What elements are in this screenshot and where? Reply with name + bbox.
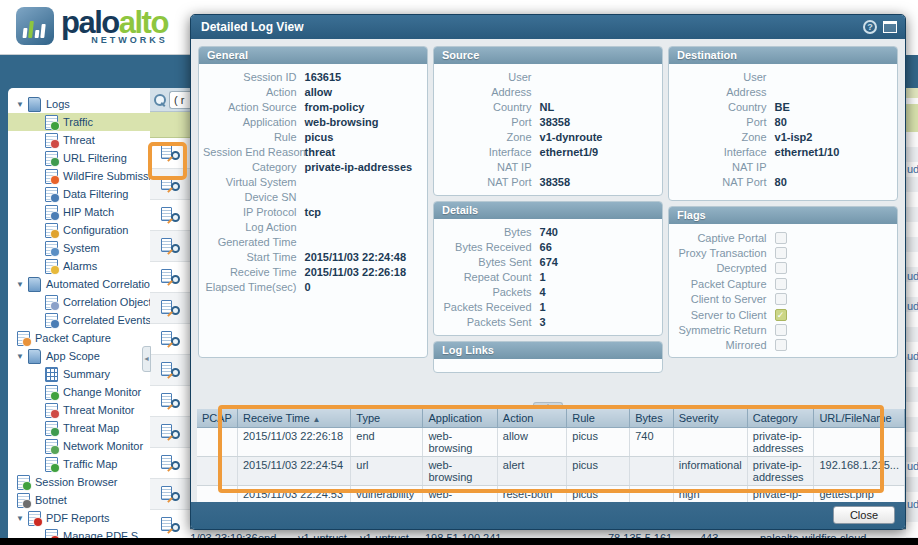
log-detail-magnifier-icon[interactable]	[161, 393, 180, 410]
sidebar-item-botnet[interactable]: Botnet	[8, 491, 150, 509]
sidebar-item-app-scope[interactable]: ▼App Scope	[8, 347, 150, 365]
sidebar-item-threat-monitor[interactable]: Threat Monitor	[8, 401, 150, 419]
log-row-fragment[interactable]	[150, 293, 190, 324]
sidebar-item-wildfire-submission[interactable]: WildFire Submission	[8, 167, 150, 185]
log-row-fragment[interactable]	[150, 510, 190, 541]
log-detail-magnifier-icon[interactable]	[161, 238, 180, 255]
expander-icon[interactable]: ▼	[16, 280, 27, 289]
background-log-row: 11/03 23:19:36endv1-untrustv1-untrust198…	[150, 529, 906, 538]
sidebar-item-packet-capture[interactable]: Packet Capture	[8, 329, 150, 347]
log-detail-icon-rows	[150, 138, 190, 541]
flag-packet-capture-checkbox[interactable]	[775, 278, 787, 290]
log-row-fragment[interactable]	[150, 231, 190, 262]
log-detail-magnifier-icon[interactable]	[161, 517, 180, 534]
log-detail-magnifier-icon[interactable]	[161, 300, 180, 317]
url-filtering-icon	[44, 151, 58, 165]
detail-panels: General Session ID163615ActionallowActio…	[198, 46, 898, 378]
field-label: NAT Port	[438, 175, 540, 190]
expander-icon[interactable]: ▼	[16, 514, 27, 523]
field-bytes-received: Bytes Received66	[438, 240, 654, 255]
sidebar-item-session-browser[interactable]: Session Browser	[8, 473, 150, 491]
log-detail-magnifier-icon[interactable]	[161, 269, 180, 286]
sidebar-item-threat-map[interactable]: Threat Map	[8, 419, 150, 437]
selected-log-row-fragment[interactable]	[150, 112, 190, 138]
sidebar-item-pdf-reports[interactable]: ▼PDF Reports	[8, 509, 150, 527]
sidebar-item-automated-correlation[interactable]: ▼Automated Correlation	[8, 275, 150, 293]
log-row-fragment[interactable]	[150, 386, 190, 417]
correlated-events-icon	[44, 313, 58, 327]
field-value: 163615	[305, 70, 342, 85]
alarms-icon	[44, 259, 58, 273]
flag-captive-portal-checkbox[interactable]	[775, 232, 787, 244]
flag-symmetric-return-checkbox[interactable]	[775, 324, 787, 336]
edge-topbar-fragment	[906, 0, 918, 55]
log-detail-magnifier-icon[interactable]	[161, 455, 180, 472]
expander-icon[interactable]: ▼	[16, 100, 27, 109]
flag-client-to-server-checkbox[interactable]	[775, 293, 787, 305]
sidebar-item-traffic-map[interactable]: Traffic Map	[8, 455, 150, 473]
sidebar-item-alarms[interactable]: Alarms	[8, 257, 150, 275]
change-monitor-icon	[44, 385, 58, 399]
sidebar-item-correlated-events[interactable]: Correlated Events	[8, 311, 150, 329]
log-detail-magnifier-icon[interactable]	[161, 424, 180, 441]
flag-mirrored-checkbox[interactable]	[775, 339, 787, 351]
log-detail-magnifier-icon[interactable]	[161, 362, 180, 379]
sidebar-item-system[interactable]: System	[8, 239, 150, 257]
summary-icon	[44, 367, 58, 381]
sidebar-item-logs[interactable]: ▼Logs	[8, 95, 150, 113]
log-detail-magnifier-icon[interactable]	[161, 207, 180, 224]
sidebar-item-label: WildFire Submission	[63, 170, 150, 182]
log-row-fragment[interactable]	[150, 200, 190, 231]
field-label: Action Source	[203, 100, 305, 115]
sidebar-item-label: Threat Monitor	[63, 404, 135, 416]
log-row-fragment[interactable]	[150, 262, 190, 293]
field-label: NAT Port	[673, 175, 775, 190]
sidebar-item-hip-match[interactable]: HIP Match	[8, 203, 150, 221]
field-nat-ip: NAT IP	[438, 160, 654, 175]
flag-server-to-client-checkbox[interactable]: ✓	[775, 309, 787, 321]
sidebar-item-threat[interactable]: Threat	[8, 131, 150, 149]
log-filter-input[interactable]: ( r	[169, 91, 190, 109]
edge-rows-fragment: udududududud	[906, 132, 918, 538]
help-icon[interactable]: ?	[863, 20, 877, 34]
expander-icon[interactable]: ▼	[16, 352, 27, 361]
field-label: Device SN	[203, 190, 305, 205]
log-row-fragment[interactable]	[150, 448, 190, 479]
sidebar-item-manage-pdf-s[interactable]: Manage PDF S	[8, 527, 150, 538]
field-value: v1-dynroute	[540, 130, 603, 145]
log-row-fragment[interactable]	[150, 479, 190, 510]
log-row-fragment[interactable]	[150, 355, 190, 386]
source-panel-body: UserAddressCountryNLPort38358Zonev1-dynr…	[434, 64, 662, 195]
sidebar-item-label: Logs	[46, 98, 70, 110]
field-label: Category	[203, 160, 305, 175]
sidebar-item-change-monitor[interactable]: Change Monitor	[8, 383, 150, 401]
log-row-fragment[interactable]	[150, 417, 190, 448]
log-detail-magnifier-icon[interactable]	[161, 331, 180, 348]
sidebar-item-summary[interactable]: Summary	[8, 365, 150, 383]
minimize-icon[interactable]	[883, 21, 897, 33]
field-receive-time: Receive Time2015/11/03 22:26:18	[203, 265, 419, 280]
sidebar-item-configuration[interactable]: Configuration	[8, 221, 150, 239]
sidebar-item-correlation-objects[interactable]: Correlation Objects	[8, 293, 150, 311]
flag-decrypted-checkbox[interactable]	[775, 262, 787, 274]
log-row-fragment[interactable]	[150, 324, 190, 355]
field-zone: Zonev1-isp2	[673, 130, 889, 145]
close-button[interactable]: Close	[833, 506, 895, 524]
sidebar-item-data-filtering[interactable]: Data Filtering	[8, 185, 150, 203]
flag-proxy-transaction-checkbox[interactable]	[775, 247, 787, 259]
sidebar-item-traffic[interactable]: Traffic	[8, 113, 150, 131]
dialog-titlebar[interactable]: Detailed Log View ?	[191, 15, 905, 39]
flag-client-to-server: Client to Server	[673, 292, 889, 307]
sidebar-collapse-handle[interactable]: ◄	[142, 346, 151, 372]
sidebar-nav: ▼LogsTrafficThreatURL FilteringWildFire …	[8, 88, 150, 538]
flag-label: Decrypted	[673, 262, 775, 274]
threat-monitor-icon	[44, 403, 58, 417]
log-detail-magnifier-icon[interactable]	[161, 486, 180, 503]
edge-text-fragment: ud	[907, 163, 918, 175]
edge-green-fragment-2	[906, 104, 918, 132]
sidebar-item-network-monitor[interactable]: Network Monitor	[8, 437, 150, 455]
flags-panel-header: Flags	[669, 207, 897, 224]
sidebar-item-url-filtering[interactable]: URL Filtering	[8, 149, 150, 167]
threat-map-icon	[44, 421, 58, 435]
field-user: User	[438, 70, 654, 85]
